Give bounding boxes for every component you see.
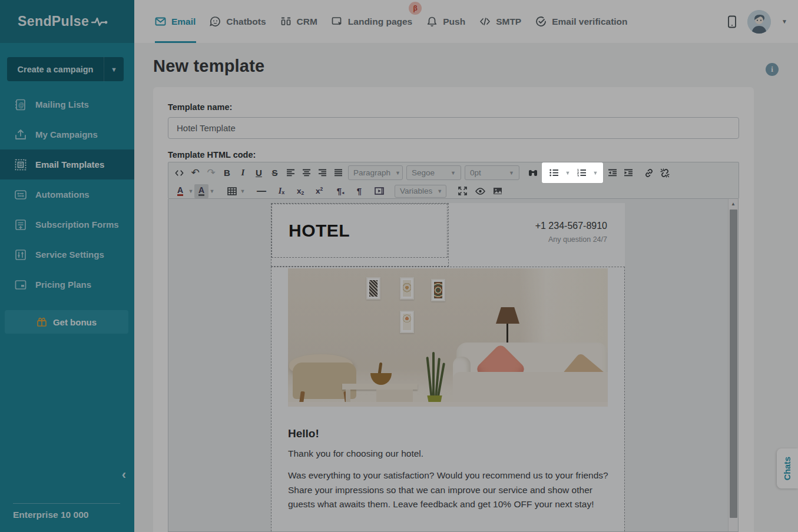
user-avatar[interactable]: [747, 10, 771, 34]
chats-tab-label: Chats: [783, 457, 792, 480]
background-color-button[interactable]: A: [194, 184, 208, 198]
undo-button[interactable]: ↶: [187, 165, 203, 181]
editor-scrollbar[interactable]: ▲: [728, 199, 738, 532]
table-caret[interactable]: ▼: [239, 188, 246, 194]
paragraph-format-select[interactable]: Paragraph▼: [348, 165, 403, 180]
sidebar-collapse-icon[interactable]: ‹: [122, 468, 126, 481]
scrollbar-up-arrow[interactable]: ▲: [729, 199, 738, 209]
tab-landing-pages[interactable]: Landing pages β: [332, 16, 412, 27]
font-size-select[interactable]: 0pt▼: [465, 165, 519, 180]
horizontal-rule-button[interactable]: —: [254, 184, 269, 198]
insert-link-button[interactable]: [641, 165, 657, 181]
font-family-select[interactable]: Segoe▼: [406, 165, 461, 180]
logo-area: SendPulse: [0, 0, 134, 43]
remove-link-button[interactable]: [657, 165, 673, 181]
insert-video-button[interactable]: [372, 184, 386, 198]
tab-push[interactable]: Push: [426, 16, 465, 27]
sidebar-item-my-campaigns[interactable]: My Campaigns: [0, 119, 134, 149]
paragraph-ltr-button[interactable]: ¶◂: [333, 184, 347, 198]
align-right-button[interactable]: [314, 165, 330, 181]
subscription-forms-icon: [14, 218, 27, 231]
mobile-app-icon[interactable]: [727, 15, 737, 28]
code-view-button[interactable]: [171, 165, 187, 181]
italic-button[interactable]: I: [235, 165, 251, 181]
sidebar-item-subscription-forms[interactable]: Subscription Forms: [0, 210, 134, 240]
tab-email[interactable]: Email: [155, 16, 196, 27]
hotel-logo-text[interactable]: HOTEL: [289, 221, 350, 241]
font-color-button[interactable]: A: [173, 184, 187, 198]
clear-format-button[interactable]: Ix: [274, 184, 289, 198]
email-contact-cell[interactable]: +1 234-567-8910 Any question 24/7: [448, 203, 625, 267]
tab-email-verification[interactable]: Email verification: [535, 16, 627, 27]
paragraph-button[interactable]: ¶: [352, 184, 366, 198]
font-color-caret[interactable]: ▼: [187, 188, 194, 194]
ordered-list-caret[interactable]: ▼: [592, 170, 599, 176]
image-icon: [493, 187, 502, 195]
phone-number[interactable]: +1 234-567-8910: [449, 221, 607, 231]
email-main-cell[interactable]: Hello! Thank you for choosing our hotel.…: [271, 267, 625, 532]
landing-pages-icon: [332, 16, 343, 27]
tab-crm[interactable]: CRM: [280, 16, 317, 27]
font-family-value: Segoe: [412, 168, 435, 177]
create-campaign-button[interactable]: Create a campaign ▼: [7, 57, 124, 81]
chats-tab[interactable]: Chats: [777, 448, 798, 488]
get-bonus-button[interactable]: Get bonus: [5, 310, 128, 334]
superscript-button[interactable]: x2: [312, 184, 326, 198]
email-paragraph-2[interactable]: Was everything to your satisfaction? Wou…: [288, 468, 609, 512]
email-greeting[interactable]: Hello!: [288, 427, 319, 440]
sidebar-item-automations[interactable]: Automations: [0, 179, 134, 210]
insert-table-button[interactable]: [225, 184, 239, 198]
template-name-input[interactable]: [168, 117, 739, 139]
variables-select[interactable]: Variables▼: [395, 185, 446, 198]
smtp-code-icon: [479, 16, 491, 27]
my-campaigns-icon: [14, 128, 27, 141]
background-color-caret[interactable]: ▼: [208, 188, 216, 194]
superscript-2: 2: [320, 186, 323, 192]
sidebar-item-service-settings[interactable]: Service Settings: [0, 240, 134, 270]
strikethrough-button[interactable]: S: [267, 165, 283, 181]
unordered-list-button[interactable]: [546, 165, 562, 181]
tab-chatbots[interactable]: Chatbots: [210, 16, 266, 27]
tab-label: SMTP: [496, 16, 521, 27]
unordered-list-caret[interactable]: ▼: [564, 170, 571, 176]
indent-button[interactable]: [620, 165, 636, 181]
fullscreen-button[interactable]: [455, 184, 469, 198]
account-caret-icon[interactable]: ▼: [782, 18, 787, 25]
preview-button[interactable]: [473, 184, 487, 198]
email-paragraph-1[interactable]: Thank you for choosing our hotel.: [288, 448, 423, 459]
email-logo-cell[interactable]: HOTEL: [271, 204, 448, 258]
chevron-down-icon: ▼: [437, 188, 442, 194]
tab-smtp[interactable]: SMTP: [479, 16, 521, 27]
scrollbar-thumb[interactable]: [730, 210, 737, 518]
superscript-icon: x: [316, 187, 320, 195]
justify-button[interactable]: [330, 165, 346, 181]
sidebar-item-pricing-plans[interactable]: Pricing Plans: [0, 270, 134, 300]
bold-button[interactable]: B: [219, 165, 235, 181]
align-center-button[interactable]: [299, 165, 314, 181]
sendpulse-logo[interactable]: SendPulse: [18, 14, 109, 29]
ordered-list-button[interactable]: 123: [574, 165, 590, 181]
phone-caption[interactable]: Any question 24/7: [449, 235, 607, 244]
find-replace-button[interactable]: [525, 165, 541, 181]
align-left-button[interactable]: [283, 165, 299, 181]
info-icon[interactable]: i: [766, 63, 779, 76]
sidebar: SendPulse Create a campaign ▼ @ Mailing …: [0, 0, 134, 532]
plant-leaf: [432, 352, 435, 397]
sidebar-item-email-templates[interactable]: Email Templates: [0, 149, 134, 179]
wysiwyg-canvas[interactable]: HOTEL +1 234-567-8910 Any question 24/7: [168, 199, 739, 532]
insert-image-button[interactable]: [491, 184, 505, 198]
create-campaign-caret[interactable]: ▼: [104, 57, 124, 81]
outdent-button[interactable]: [604, 165, 620, 181]
underline-button[interactable]: U: [251, 165, 267, 181]
automations-icon: [14, 188, 27, 201]
sidebar-item-mailing-lists[interactable]: @ Mailing Lists: [0, 89, 134, 119]
subscript-button[interactable]: x2: [293, 184, 307, 198]
beta-badge: β: [409, 2, 422, 15]
redo-button[interactable]: ↷: [203, 165, 219, 181]
wall-frame: [431, 279, 445, 301]
brass-bowl: [370, 373, 392, 385]
find-replace-icon: [528, 169, 538, 177]
chevron-down-icon: ▼: [395, 170, 400, 176]
tab-label: Email: [171, 16, 196, 27]
plan-label: Enterprise 10 000: [13, 510, 88, 520]
